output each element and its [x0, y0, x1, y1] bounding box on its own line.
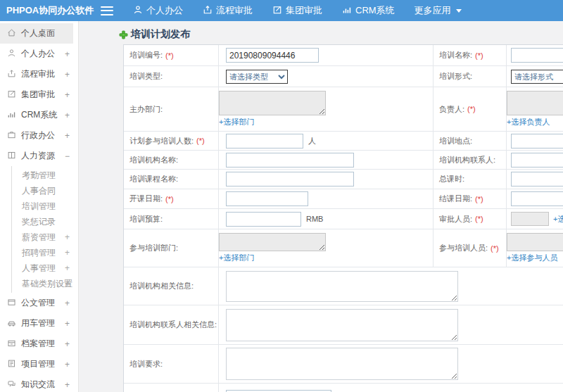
sidebar-subitem-recruit[interactable]: 招聘管理 + — [12, 245, 78, 260]
book-icon — [7, 151, 21, 162]
form-row: 培训机构相关信息: — [124, 267, 563, 305]
form-row: 培训类型: 请选择类型 培训形式: 请选择形式 — [124, 66, 563, 87]
required-mark: (*) — [491, 244, 499, 253]
sidebar-subitem-salary[interactable]: 薪资管理 + — [12, 229, 78, 245]
briefcase-icon — [7, 130, 21, 141]
expand-icon[interactable]: + — [65, 49, 70, 59]
org-info-textarea[interactable] — [226, 271, 458, 302]
leader-textarea[interactable] — [507, 91, 563, 115]
form-row: 主办部门: +选择部门 负责人:(*) +选择负责人 — [124, 87, 563, 132]
host-dept-textarea[interactable] — [219, 91, 326, 115]
page-title: 培训计划发布 — [119, 28, 190, 41]
expand-icon[interactable]: + — [65, 232, 70, 242]
expand-icon[interactable]: + — [65, 90, 70, 100]
sidebar-item-crm[interactable]: CRM系统 + — [0, 105, 78, 125]
sidebar-subitem-base-category[interactable]: 基础类别设置 + — [12, 276, 78, 291]
select-approver-link[interactable]: +选择审批人员 — [553, 214, 563, 225]
edit-icon — [7, 89, 21, 101]
requirement-textarea[interactable] — [226, 348, 458, 380]
sidebar-subitem-hr-contract[interactable]: 人事合同 — [12, 183, 78, 198]
sidebar-item-official-doc[interactable]: 公文管理 + — [0, 293, 78, 313]
form-row: 培训预算: RMB 审批人员:(*) +选择审批人员 — [124, 209, 563, 229]
upload-icon — [7, 69, 21, 80]
field-label: 负责人: — [439, 104, 464, 115]
org-contact-input[interactable] — [511, 153, 563, 167]
join-dept-textarea[interactable] — [219, 233, 326, 251]
expand-icon[interactable]: + — [65, 339, 70, 349]
bar-chart-icon — [7, 110, 21, 121]
nav-workflow-approval[interactable]: 流程审批 — [203, 4, 253, 17]
sidebar-item-vehicle[interactable]: 用车管理 + — [0, 313, 78, 334]
sidebar-item-personal-office[interactable]: 个人办公 + — [0, 44, 78, 64]
sidebar-item-admin-office[interactable]: 行政办公 + — [0, 125, 78, 146]
form-row: 培训机构联系人相关信息: — [124, 305, 563, 345]
nav-crm[interactable]: CRM系统 — [342, 4, 395, 17]
sidebar-item-desktop[interactable]: 个人桌面 — [0, 23, 73, 44]
field-label: 培训编号: — [129, 50, 163, 61]
sidebar-subitem-attendance[interactable]: 考勤管理 — [12, 167, 78, 183]
sidebar-item-knowledge[interactable]: 知识交流 + — [0, 374, 78, 392]
expand-icon[interactable]: + — [65, 319, 70, 329]
expand-icon[interactable]: + — [65, 131, 70, 141]
sidebar-item-project[interactable]: 项目管理 + — [0, 354, 78, 374]
select-join-dept-link[interactable]: +选择部门 — [219, 253, 254, 263]
budget-input[interactable] — [226, 212, 301, 227]
start-date-input[interactable] — [226, 191, 308, 206]
expand-icon[interactable]: + — [65, 248, 70, 258]
expand-icon[interactable]: + — [65, 279, 70, 289]
approver-input[interactable] — [511, 212, 549, 226]
course-name-input[interactable] — [226, 172, 354, 186]
main-content: 培训计划发布 培训编号:(*) 培训名称:(*) 培训类型: 请选择类型 培训形… — [79, 21, 563, 392]
training-place-input[interactable] — [511, 134, 563, 148]
sidebar-subitem-reward-punish[interactable]: 奖惩记录 — [12, 214, 78, 229]
field-label: 培训名称: — [439, 50, 472, 61]
sidebar-subitem-personnel[interactable]: 人事管理 + — [12, 260, 78, 276]
required-mark: (*) — [475, 51, 483, 60]
join-person-textarea[interactable] — [507, 233, 563, 251]
training-mode-select[interactable]: 请选择形式 — [511, 70, 563, 84]
form-row: 参与培训部门: +选择部门 参与培训人员:(*) +选择参与人员 — [124, 229, 563, 267]
sidebar: 个人桌面 个人办公 + 流程审批 + 集团审批 + CRM系统 + 行政办公 +… — [0, 21, 79, 392]
field-label: 培训要求: — [129, 359, 163, 369]
training-name-input[interactable] — [511, 48, 563, 63]
end-date-input[interactable] — [511, 191, 563, 206]
training-type-select[interactable]: 请选择类型 — [226, 70, 288, 84]
home-icon — [7, 28, 21, 39]
sidebar-item-archive[interactable]: 档案管理 + — [0, 334, 78, 354]
car-icon — [7, 318, 21, 329]
app-logo: PHPOA协同办公软件 — [0, 4, 101, 17]
select-leader-link[interactable]: +选择负责人 — [507, 117, 550, 127]
required-mark: (*) — [467, 105, 476, 113]
nav-personal-office[interactable]: 个人办公 — [133, 4, 183, 17]
form-row: 培训要求: — [124, 345, 563, 384]
form-row: 培训机构名称: 培训机构联系人: — [124, 151, 563, 170]
form-row: 附件文档: +附件上传 — [124, 384, 563, 392]
required-mark: (*) — [196, 137, 205, 145]
org-contact-info-textarea[interactable] — [226, 309, 458, 341]
field-label: 培训机构名称: — [129, 155, 178, 165]
select-join-person-link[interactable]: +选择参与人员 — [507, 253, 557, 263]
hamburger-menu-icon[interactable] — [101, 6, 113, 15]
expand-icon[interactable]: + — [65, 110, 70, 120]
nav-group-approval[interactable]: 集团审批 — [272, 4, 322, 17]
expand-icon[interactable]: + — [65, 380, 70, 390]
sidebar-subitem-training[interactable]: 培训管理 — [12, 198, 78, 214]
sidebar-item-group-approval[interactable]: 集团审批 + — [0, 84, 78, 105]
sidebar-item-workflow-approval[interactable]: 流程审批 + — [0, 64, 78, 84]
expand-icon[interactable]: + — [65, 263, 70, 273]
upload-icon — [203, 5, 213, 17]
org-name-input[interactable] — [226, 153, 354, 167]
add-icon — [119, 30, 128, 39]
collapse-icon[interactable]: − — [65, 151, 70, 161]
sidebar-item-hr[interactable]: 人力资源 − — [0, 146, 78, 166]
archive-icon — [7, 339, 21, 350]
training-no-input[interactable] — [226, 48, 319, 63]
total-hours-input[interactable] — [511, 172, 563, 186]
trainee-count-input[interactable] — [226, 134, 303, 148]
field-label: 培训形式: — [439, 71, 472, 82]
expand-icon[interactable]: + — [65, 298, 70, 308]
select-dept-link[interactable]: +选择部门 — [219, 117, 254, 127]
nav-more-apps[interactable]: 更多应用 — [415, 4, 462, 17]
expand-icon[interactable]: + — [65, 70, 70, 80]
expand-icon[interactable]: + — [65, 360, 70, 369]
